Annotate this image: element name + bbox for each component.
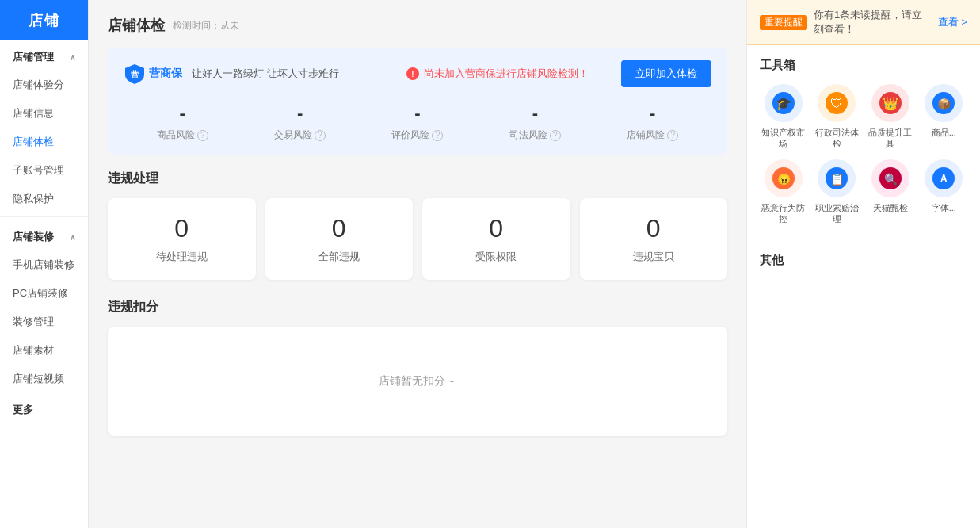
sidebar-item-subaccount[interactable]: 子账号管理 <box>0 156 88 185</box>
judicial-icon: 🛡 <box>818 84 856 122</box>
sidebar-item-experience[interactable]: 店铺体验分 <box>0 71 88 99</box>
sidebar-item-pc-decor[interactable]: PC店铺装修 <box>0 279 88 308</box>
risk-item-legal: - 司法风险 ? <box>509 103 561 142</box>
other-title: 其他 <box>760 253 967 268</box>
right-panel: 重要提醒 你有1条未读提醒，请立刻查看！ 查看 > 工具箱 🎓 知识产权市场 <box>746 0 980 528</box>
claim-icon: 📋 <box>818 159 856 197</box>
sidebar-item-info[interactable]: 店铺信息 <box>0 99 88 128</box>
deduction-section-title: 违规扣分 <box>108 299 727 316</box>
alert-tag: 重要提醒 <box>760 15 807 30</box>
tool-item-tianmao[interactable]: 🔍 天猫甄检 <box>867 159 914 225</box>
alert-action[interactable]: 查看 > <box>938 15 967 29</box>
sidebar-section-store-management[interactable]: 店铺管理 ∧ <box>0 40 88 71</box>
violation-cards: 0 待处理违规 0 全部违规 0 受限权限 0 违规宝贝 <box>108 198 727 280</box>
sidebar-more[interactable]: 更多 <box>0 393 88 427</box>
font-icon: Ａ <box>925 159 963 197</box>
other-section: 其他 <box>747 253 980 290</box>
ipr-label: 知识产权市场 <box>760 127 807 150</box>
tool-item-judicial[interactable]: 🛡 行政司法体检 <box>814 84 861 150</box>
tianmao-icon: 🔍 <box>871 159 909 197</box>
violation-section-title: 违规处理 <box>108 170 727 187</box>
warning-icon: ! <box>406 67 419 80</box>
ipr-icon: 🎓 <box>765 84 803 122</box>
page-header: 店铺体检 检测时间：从未 <box>108 16 727 35</box>
banner-top: 营 工具箱 营商保 让好人一路绿灯 让坏人寸步难行 ! 尚未加入营商保进行店铺风… <box>124 60 711 87</box>
tool-item-fraud[interactable]: 😠 恶意行为防控 <box>760 159 807 225</box>
product-icon: 📦 <box>925 84 963 122</box>
violation-card-restricted: 0 受限权限 <box>422 198 570 280</box>
risk-item-trade: - 交易风险 ? <box>274 103 326 142</box>
violation-card-all: 0 全部违规 <box>265 198 414 280</box>
sidebar-item-materials[interactable]: 店铺素材 <box>0 336 88 365</box>
question-icon-3[interactable]: ? <box>550 130 561 141</box>
quality-label: 品质提升工具 <box>867 127 914 150</box>
banner-slogan: 让好人一路绿灯 让坏人寸步难行 <box>192 67 397 81</box>
tianmao-label: 天猫甄检 <box>873 202 908 213</box>
sidebar-item-decor-mgmt[interactable]: 装修管理 <box>0 308 88 336</box>
risk-metrics: - 商品风险 ? - 交易风险 ? - 评价风险 ? <box>124 103 711 142</box>
risk-item-shop: - 店铺风险 ? <box>627 103 678 142</box>
chevron-up-icon: ∧ <box>70 53 75 62</box>
svg-text:🔍: 🔍 <box>883 173 898 186</box>
tool-item-font[interactable]: Ａ 字体... <box>921 159 968 225</box>
svg-text:营: 营 <box>131 70 139 78</box>
banner-card: 营 工具箱 营商保 让好人一路绿灯 让坏人寸步难行 ! 尚未加入营商保进行店铺风… <box>108 48 727 155</box>
font-label: 字体... <box>932 202 956 213</box>
svg-text:Ａ: Ａ <box>938 172 949 185</box>
shield-logo-icon: 营 <box>124 63 146 85</box>
svg-text:👑: 👑 <box>883 96 898 111</box>
tool-item-quality[interactable]: 👑 品质提升工具 <box>867 84 914 150</box>
sidebar-item-privacy[interactable]: 隐私保护 <box>0 185 88 213</box>
detect-time: 检测时间：从未 <box>173 19 239 33</box>
alert-text: 你有1条未读提醒，请立刻查看！ <box>814 8 932 36</box>
svg-text:📦: 📦 <box>937 98 951 111</box>
main-content: 店铺体检 检测时间：从未 营 工具箱 营商保 让好人一路绿灯 让坏人寸步难行 !… <box>89 0 746 528</box>
question-icon-1[interactable]: ? <box>315 130 326 141</box>
tool-item-product[interactable]: 📦 商品... <box>921 84 968 150</box>
sidebar-section-decoration[interactable]: 店铺装修 ∧ <box>0 220 88 251</box>
svg-text:🎓: 🎓 <box>776 96 791 111</box>
tool-item-ipr[interactable]: 🎓 知识产权市场 <box>760 84 807 150</box>
question-icon-0[interactable]: ? <box>197 130 208 141</box>
violation-card-items: 0 违规宝贝 <box>580 198 728 280</box>
judicial-label: 行政司法体检 <box>814 127 861 150</box>
banner-warning: ! 尚未加入营商保进行店铺风险检测！ <box>406 67 612 81</box>
fraud-label: 恶意行为防控 <box>760 202 807 225</box>
page-title: 店铺体检 <box>108 16 165 35</box>
fraud-icon: 😠 <box>765 159 803 197</box>
toolbox: 工具箱 🎓 知识产权市场 🛡 <box>747 45 980 253</box>
chevron-up-icon-2: ∧ <box>70 233 75 242</box>
sidebar-item-checkup[interactable]: 店铺体检 <box>0 128 88 156</box>
toolbox-title: 工具箱 <box>760 58 967 73</box>
violation-card-pending: 0 待处理违规 <box>108 198 256 280</box>
svg-text:📋: 📋 <box>830 173 845 186</box>
deduction-empty: 店铺暂无扣分～ <box>108 327 727 436</box>
question-icon-2[interactable]: ? <box>432 130 443 141</box>
quality-icon: 👑 <box>871 84 909 122</box>
yingshang-logo: 营 工具箱 营商保 <box>124 63 182 85</box>
risk-item-review: - 评价风险 ? <box>391 103 443 142</box>
alert-banner: 重要提醒 你有1条未读提醒，请立刻查看！ 查看 > <box>747 0 980 45</box>
risk-item-product: - 商品风险 ? <box>157 103 208 142</box>
sidebar: 店铺 店铺管理 ∧ 店铺体验分 店铺信息 店铺体检 子账号管理 隐私保护 店铺装… <box>0 0 89 528</box>
claim-label: 职业索赔治理 <box>814 202 861 225</box>
join-button[interactable]: 立即加入体检 <box>621 60 711 87</box>
tool-grid: 🎓 知识产权市场 🛡 行政司法体检 <box>760 84 967 224</box>
sidebar-item-mobile-decor[interactable]: 手机店铺装修 <box>0 251 88 279</box>
product-label: 商品... <box>932 127 956 138</box>
sidebar-logo: 店铺 <box>0 0 88 40</box>
question-icon-4[interactable]: ? <box>667 130 678 141</box>
tool-item-claim[interactable]: 📋 职业索赔治理 <box>814 159 861 225</box>
sidebar-item-shorts[interactable]: 店铺短视频 <box>0 365 88 393</box>
svg-text:🛡: 🛡 <box>830 97 843 110</box>
svg-text:😠: 😠 <box>776 173 791 186</box>
